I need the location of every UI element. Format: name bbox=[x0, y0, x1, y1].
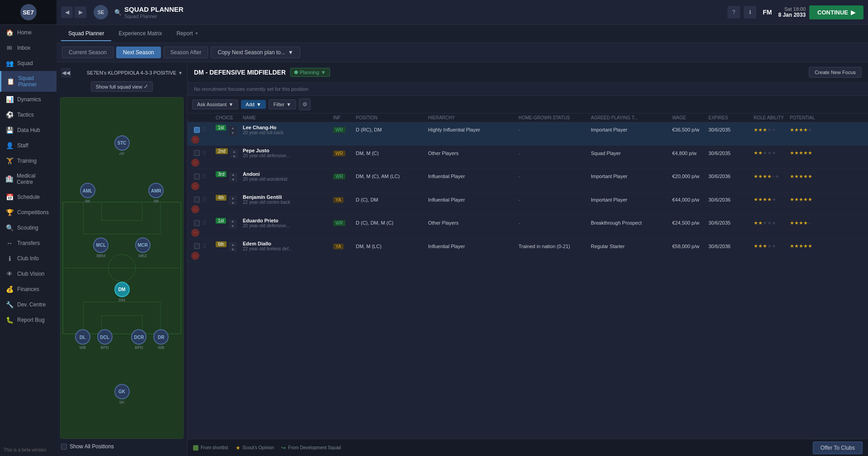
rank-up[interactable]: ▲ bbox=[229, 126, 237, 131]
sidebar-item-squad-planner[interactable]: 📋 Squad Planner bbox=[0, 71, 57, 92]
scout-label: Scout's Opinion bbox=[243, 445, 274, 450]
remove-button[interactable]: − bbox=[191, 159, 199, 167]
position-aml[interactable]: AML IW bbox=[80, 183, 95, 203]
svg-point-2 bbox=[108, 254, 135, 282]
rank-up[interactable]: ▲ bbox=[230, 149, 238, 154]
row-checkbox[interactable] bbox=[191, 174, 202, 179]
row-checkbox[interactable] bbox=[191, 197, 202, 202]
next-season-button[interactable]: Next Season bbox=[116, 47, 161, 58]
copy-plan-button[interactable]: Copy Next Season plan to... ▼ bbox=[211, 47, 300, 58]
create-new-focus-button[interactable]: Create New Focus bbox=[809, 67, 862, 78]
position-mcr[interactable]: MCR MEZ bbox=[135, 237, 151, 258]
player-name[interactable]: Eduardo Prieto bbox=[243, 218, 333, 223]
inf-badge: WR bbox=[333, 173, 356, 179]
ask-assistant-button[interactable]: Ask Assistant ▼ bbox=[192, 99, 238, 109]
position-dr[interactable]: DR WB bbox=[153, 329, 169, 350]
sidebar-item-report-bug[interactable]: 🐛 Report Bug bbox=[0, 312, 57, 328]
sidebar-item-scouting[interactable]: 🔍 Scouting bbox=[0, 220, 57, 235]
sidebar-item-club-info[interactable]: ℹ Club Info bbox=[0, 251, 57, 266]
row-checkbox[interactable] bbox=[191, 220, 202, 226]
drag-handle[interactable]: ⠿ bbox=[202, 126, 216, 133]
drag-handle[interactable]: ⠿ bbox=[202, 196, 216, 203]
rank-down[interactable]: ▼ bbox=[230, 154, 238, 159]
show-all-positions-checkbox[interactable] bbox=[61, 444, 67, 450]
settings-button[interactable]: ⚙ bbox=[299, 99, 311, 110]
sidebar-item-medical[interactable]: 🏥 Medical Centre bbox=[0, 169, 57, 189]
drag-handle[interactable]: ⠿ bbox=[202, 219, 216, 226]
report-bug-icon: 🐛 bbox=[5, 316, 14, 324]
planning-badge[interactable]: Planning ▼ bbox=[290, 68, 330, 77]
rank-down[interactable]: ▼ bbox=[229, 247, 237, 252]
drag-handle[interactable]: ⠿ bbox=[202, 173, 216, 180]
sidebar-item-club-vision[interactable]: 👁 Club Vision bbox=[0, 266, 57, 282]
sidebar-item-label: Data Hub bbox=[17, 127, 40, 133]
show-full-squad-button[interactable]: Show full squad view ⤢ bbox=[91, 81, 153, 92]
position-mcl[interactable]: MCL BBM bbox=[93, 237, 108, 258]
sidebar-item-data-hub[interactable]: 💾 Data Hub bbox=[0, 122, 57, 138]
rank-up[interactable]: ▲ bbox=[229, 173, 237, 177]
sidebar-item-transfers[interactable]: ↔ Transfers bbox=[0, 235, 57, 251]
sidebar-item-inbox[interactable]: ✉ Inbox bbox=[0, 40, 57, 56]
row-checkbox[interactable] bbox=[191, 243, 202, 249]
drag-handle[interactable]: ⠿ bbox=[202, 150, 216, 157]
rank-down[interactable]: ▼ bbox=[229, 201, 237, 205]
player-name[interactable]: Lee Chang-Ho bbox=[243, 125, 333, 130]
sidebar-item-competitions[interactable]: 🏆 Competitions bbox=[0, 205, 57, 220]
collapse-button[interactable]: ◀◀ bbox=[61, 68, 71, 78]
sidebar-item-training[interactable]: 🏋 Training bbox=[0, 153, 57, 169]
rank-down[interactable]: ▼ bbox=[229, 224, 237, 229]
back-button[interactable]: ◀ bbox=[61, 6, 73, 18]
sidebar-item-dev-centre[interactable]: 🔧 Dev. Centre bbox=[0, 297, 57, 312]
sidebar-item-home[interactable]: 🏠 Home bbox=[0, 25, 57, 40]
position-dl[interactable]: DL WB bbox=[75, 329, 90, 350]
schedule-icon: 📅 bbox=[5, 193, 14, 201]
rank-down[interactable]: ▼ bbox=[229, 131, 237, 136]
player-name[interactable]: Edem Diallo bbox=[243, 241, 333, 246]
season-after-button[interactable]: Season After bbox=[164, 47, 208, 58]
remove-button[interactable]: − bbox=[191, 182, 199, 190]
player-name[interactable]: Pepe Justo bbox=[243, 148, 333, 153]
position-gk[interactable]: GK SK bbox=[114, 384, 130, 404]
add-button[interactable]: Add ▼ bbox=[241, 100, 265, 109]
offer-to-clubs-button[interactable]: Offer To Clubs bbox=[813, 442, 863, 454]
position-stc[interactable]: STC AF bbox=[114, 135, 130, 155]
continue-button[interactable]: CONTINUE ▶ bbox=[809, 5, 863, 19]
help-icon-button[interactable]: ? bbox=[727, 6, 740, 19]
player-name[interactable]: Andoni bbox=[243, 171, 333, 177]
remove-button[interactable]: − bbox=[191, 136, 199, 144]
sidebar-item-schedule[interactable]: 📅 Schedule bbox=[0, 189, 57, 205]
player-name[interactable]: Benjamín Gentili bbox=[243, 194, 333, 200]
position-amr[interactable]: AMR IW bbox=[148, 183, 164, 203]
sidebar-item-staff[interactable]: 👤 Staff bbox=[0, 138, 57, 153]
sidebar-item-dynamics[interactable]: 📊 Dynamics bbox=[0, 92, 57, 107]
content-area: Squad Planner Experience Matrix Report ▼… bbox=[57, 25, 868, 456]
sidebar-item-finances[interactable]: 💰 Finances bbox=[0, 282, 57, 297]
expand-icon: ⤢ bbox=[144, 84, 148, 89]
remove-button[interactable]: − bbox=[191, 205, 199, 213]
sidebar-item-tactics[interactable]: ⚽ Tactics bbox=[0, 107, 57, 122]
row-checkbox[interactable] bbox=[191, 150, 202, 156]
filter-button[interactable]: Filter ▼ bbox=[269, 99, 296, 109]
ask-assistant-label: Ask Assistant bbox=[197, 102, 226, 107]
position-dcr[interactable]: DCR BPD bbox=[131, 329, 146, 350]
tab-squad-planner[interactable]: Squad Planner bbox=[61, 27, 111, 41]
position-header: DM - DEFENSIVE MIDFIELDER Planning ▼ Cre… bbox=[188, 62, 868, 83]
sidebar-item-squad[interactable]: 👥 Squad bbox=[0, 56, 57, 71]
current-season-button[interactable]: Current Season bbox=[62, 47, 113, 58]
position-cell: D (RC), DM bbox=[356, 127, 428, 132]
formation-name[interactable]: SE7EN's KLOPPDIOLA 4-3-3 POSITIVE ▼ bbox=[87, 70, 183, 75]
info-icon-button[interactable]: ℹ bbox=[744, 6, 756, 19]
tab-report[interactable]: Report ▼ bbox=[169, 27, 206, 41]
drag-handle[interactable]: ⠿ bbox=[202, 243, 216, 250]
rank-up[interactable]: ▲ bbox=[229, 196, 237, 200]
position-dcl[interactable]: DCL BPD bbox=[97, 329, 113, 350]
forward-button[interactable]: ▶ bbox=[75, 6, 86, 18]
position-dm[interactable]: DM DM bbox=[114, 282, 130, 302]
tab-experience-matrix[interactable]: Experience Matrix bbox=[111, 27, 169, 41]
row-checkbox[interactable] bbox=[191, 127, 202, 133]
rank-up[interactable]: ▲ bbox=[229, 219, 237, 224]
rank-down[interactable]: ▼ bbox=[229, 178, 237, 182]
remove-button[interactable]: − bbox=[191, 229, 199, 237]
remove-button[interactable]: − bbox=[191, 252, 199, 260]
rank-up[interactable]: ▲ bbox=[229, 242, 237, 247]
